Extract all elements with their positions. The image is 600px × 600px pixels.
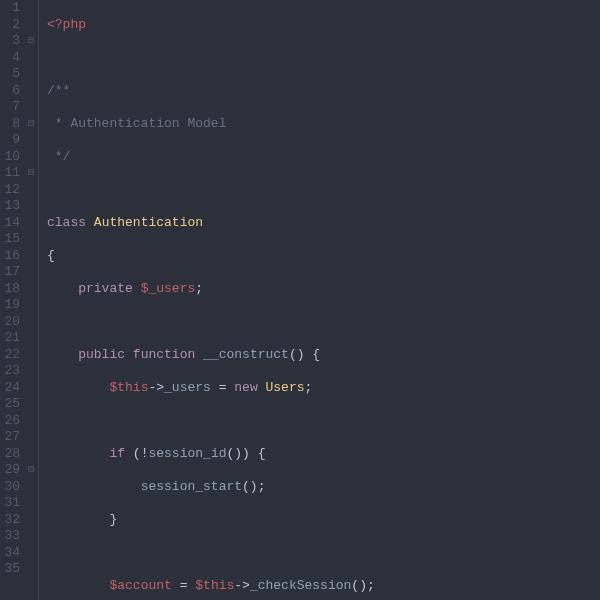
line-number: 27	[0, 429, 20, 446]
line-number: 19	[0, 297, 20, 314]
code-area[interactable]: <?php /** * Authentication Model */ clas…	[39, 0, 600, 600]
line-number: 15	[0, 231, 20, 248]
fold-column: ⊟ ⊟ ⊟ ⊟	[24, 0, 38, 600]
line-number: 33	[0, 528, 20, 545]
line-number: 26	[0, 413, 20, 430]
line-number: 22	[0, 347, 20, 364]
line-number: 11	[0, 165, 20, 182]
code-line	[47, 50, 600, 67]
code-line: /**	[47, 83, 600, 100]
code-line: }	[47, 512, 600, 529]
line-number: 20	[0, 314, 20, 331]
code-line: if (!session_id()) {	[47, 446, 600, 463]
line-number: 25	[0, 396, 20, 413]
line-number: 35	[0, 561, 20, 578]
line-number: 2	[0, 17, 20, 34]
code-line	[47, 413, 600, 430]
code-line	[47, 314, 600, 331]
line-number: 9	[0, 132, 20, 149]
code-line: * Authentication Model	[47, 116, 600, 133]
line-numbers: 1 2 3 4 5 6 7 8 9 10 11 12 13 14 15 16 1…	[0, 0, 24, 600]
code-line	[47, 182, 600, 199]
code-line: private $_users;	[47, 281, 600, 298]
line-number: 34	[0, 545, 20, 562]
line-number: 24	[0, 380, 20, 397]
fold-icon[interactable]: ⊟	[24, 33, 38, 50]
line-number: 17	[0, 264, 20, 281]
code-line: class Authentication	[47, 215, 600, 232]
code-editor[interactable]: 1 2 3 4 5 6 7 8 9 10 11 12 13 14 15 16 1…	[0, 0, 600, 600]
line-number: 7	[0, 99, 20, 116]
code-line: {	[47, 248, 600, 265]
line-number: 16	[0, 248, 20, 265]
line-number: 18	[0, 281, 20, 298]
code-line: $account = $this->_checkSession();	[47, 578, 600, 595]
line-number: 13	[0, 198, 20, 215]
line-number: 6	[0, 83, 20, 100]
line-number: 32	[0, 512, 20, 529]
code-line: $this->_users = new Users;	[47, 380, 600, 397]
code-line: public function __construct() {	[47, 347, 600, 364]
code-line: session_start();	[47, 479, 600, 496]
fold-icon[interactable]: ⊟	[24, 462, 38, 479]
code-line: */	[47, 149, 600, 166]
line-number: 10	[0, 149, 20, 166]
fold-icon[interactable]: ⊟	[24, 116, 38, 133]
line-number: 3	[0, 33, 20, 50]
line-number: 12	[0, 182, 20, 199]
line-number: 5	[0, 66, 20, 83]
line-number: 21	[0, 330, 20, 347]
line-number: 8	[0, 116, 20, 133]
gutter: 1 2 3 4 5 6 7 8 9 10 11 12 13 14 15 16 1…	[0, 0, 39, 600]
line-number: 29	[0, 462, 20, 479]
line-number: 23	[0, 363, 20, 380]
line-number: 31	[0, 495, 20, 512]
code-line: <?php	[47, 17, 600, 34]
fold-icon[interactable]: ⊟	[24, 165, 38, 182]
line-number: 28	[0, 446, 20, 463]
line-number: 30	[0, 479, 20, 496]
line-number: 1	[0, 0, 20, 17]
code-line	[47, 545, 600, 562]
line-number: 14	[0, 215, 20, 232]
line-number: 4	[0, 50, 20, 67]
